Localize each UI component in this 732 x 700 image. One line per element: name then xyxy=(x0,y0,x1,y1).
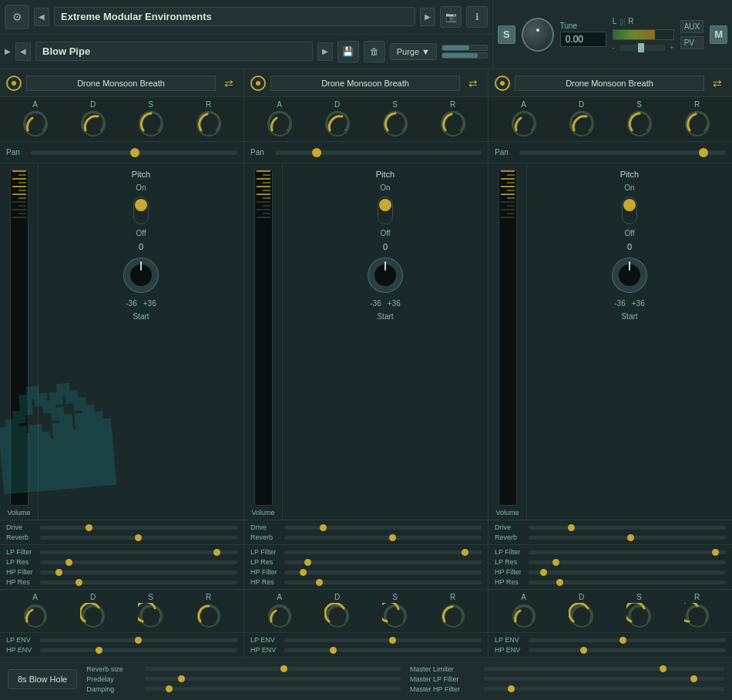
lp-res-label-1: LP Res xyxy=(6,558,35,566)
mini-slider-1[interactable] xyxy=(442,45,488,51)
hp-res-slider-3[interactable] xyxy=(529,581,726,584)
reverb-slider-1[interactable] xyxy=(40,536,237,540)
pv-btn[interactable]: PV xyxy=(680,36,704,49)
adsr-s-knob-2[interactable] xyxy=(381,110,409,138)
adsr-r-knob[interactable] xyxy=(195,110,223,138)
lp-adsr-d-knob-3[interactable] xyxy=(569,603,595,629)
voice-2-fader[interactable] xyxy=(254,170,273,506)
nav-next-btn[interactable]: ▶ xyxy=(420,8,435,26)
drive-slider-2[interactable] xyxy=(284,526,482,530)
adsr-a-knob[interactable] xyxy=(22,110,49,138)
pitch-toggle-3[interactable] xyxy=(622,197,637,224)
voice-2-adsr-row: A D S xyxy=(244,97,488,142)
pan-slider-1[interactable] xyxy=(31,150,237,155)
lp-adsr-d-knob-1[interactable] xyxy=(80,603,106,629)
pan-slider-3[interactable] xyxy=(519,150,726,155)
aux-btn[interactable]: AUX xyxy=(680,20,704,33)
voice-1-fader[interactable] xyxy=(10,170,29,506)
drive-slider-1[interactable] xyxy=(40,526,237,530)
voice-3-power-btn[interactable] xyxy=(495,76,510,91)
main-knob[interactable] xyxy=(522,18,554,52)
lp-adsr-r-knob-1[interactable] xyxy=(196,603,222,629)
hp-res-slider-1[interactable] xyxy=(40,581,237,584)
master-lp-slider[interactable] xyxy=(484,677,724,681)
adsr-r-knob-2[interactable] xyxy=(439,110,467,138)
reverb-slider-3[interactable] xyxy=(529,536,726,540)
lp-filter-label-1: LP Filter xyxy=(6,548,35,556)
lp-filter-slider-1[interactable] xyxy=(40,550,237,554)
hp-filter-slider-3[interactable] xyxy=(529,570,726,574)
m-button[interactable]: M xyxy=(710,25,727,44)
drive-slider-3[interactable] xyxy=(529,526,726,530)
purge-btn[interactable]: Purge ▼ xyxy=(390,43,437,60)
master-hp-slider[interactable] xyxy=(484,687,724,691)
voice-2-power-btn[interactable] xyxy=(250,76,266,91)
tool-icon[interactable]: ⚙ xyxy=(5,5,29,29)
blow-hole-btn[interactable]: 8s Blow Hole xyxy=(8,669,77,689)
voice-3-shuffle-btn[interactable]: ⇄ xyxy=(709,75,726,92)
lp-adsr-a-knob-1[interactable] xyxy=(22,603,49,629)
lp-adsr-r-knob-3[interactable] xyxy=(684,603,710,629)
pitch-thumb-3 xyxy=(623,199,636,211)
adsr-d-knob-2[interactable] xyxy=(324,110,351,138)
lp-res-slider-1[interactable] xyxy=(40,560,237,564)
adsr-a-knob-3[interactable] xyxy=(510,110,538,138)
meter-slider-control[interactable] xyxy=(620,44,666,52)
lp-adsr-a-knob-3[interactable] xyxy=(511,603,537,629)
lp-adsr-s-knob-3[interactable] xyxy=(626,603,653,629)
save-btn[interactable]: 💾 xyxy=(337,41,359,62)
s-button[interactable]: S xyxy=(498,25,515,44)
pitch-toggle-1[interactable] xyxy=(133,197,149,224)
info-btn[interactable]: ℹ xyxy=(466,6,488,28)
lp-res-slider-2[interactable] xyxy=(284,560,482,564)
voice-1-power-btn[interactable] xyxy=(6,76,22,91)
hp-res-slider-2[interactable] xyxy=(284,581,482,584)
sub-nav-prev[interactable]: ◀ xyxy=(15,42,31,61)
lp-adsr-s-knob-2[interactable] xyxy=(382,603,408,629)
pitch-range-1: -36 +36 xyxy=(126,299,156,308)
adsr-r-knob-3[interactable] xyxy=(683,110,711,138)
hp-filter-slider-1[interactable] xyxy=(40,570,237,574)
lp-adsr-d-knob-2[interactable] xyxy=(324,603,351,629)
voice-2-shuffle-btn[interactable]: ⇄ xyxy=(465,75,482,92)
pitch-knob-1[interactable] xyxy=(122,256,160,294)
adsr-a-knob-2[interactable] xyxy=(266,110,294,138)
voice-1-header: Drone Monsoon Breath ⇄ xyxy=(0,69,243,97)
lp-adsr-a-knob-2[interactable] xyxy=(267,603,293,629)
pitch-knob-2[interactable] xyxy=(366,256,405,294)
nav-prev-btn[interactable]: ◀ xyxy=(34,8,49,26)
master-limiter-slider[interactable] xyxy=(484,667,724,671)
predelay-slider[interactable] xyxy=(145,677,401,681)
sub-nav-next[interactable]: ▶ xyxy=(317,42,333,61)
camera-btn[interactable]: 📷 xyxy=(440,6,462,28)
lp-env-slider-3[interactable] xyxy=(529,638,726,642)
lp-res-slider-3[interactable] xyxy=(529,560,726,564)
lp-env-slider-2[interactable] xyxy=(284,638,482,642)
damping-slider[interactable] xyxy=(145,687,401,691)
adsr-d-knob[interactable] xyxy=(79,110,107,138)
pitch-toggle-2[interactable] xyxy=(378,197,393,224)
voice-1-adsr-a: A xyxy=(22,100,49,138)
lp-env-slider-1[interactable] xyxy=(40,638,237,642)
damping-label: Damping xyxy=(86,685,140,693)
reverb-slider-2[interactable] xyxy=(284,536,482,540)
hp-env-slider-2[interactable] xyxy=(284,648,482,652)
pitch-knob-3[interactable] xyxy=(610,256,649,294)
hp-filter-slider-2[interactable] xyxy=(284,570,482,574)
lp-adsr-r-knob-2[interactable] xyxy=(440,603,466,629)
voice-1-shuffle-btn[interactable]: ⇄ xyxy=(220,75,237,92)
lp-filter-slider-2[interactable] xyxy=(284,550,482,554)
hp-env-slider-3[interactable] xyxy=(529,648,726,652)
pan-slider-2[interactable] xyxy=(275,150,482,155)
hp-env-slider-1[interactable] xyxy=(40,648,237,652)
adsr-s-knob[interactable] xyxy=(137,110,165,138)
voice-3-fader[interactable] xyxy=(499,170,517,506)
delete-btn[interactable]: 🗑 xyxy=(364,41,385,62)
mini-slider-2[interactable] xyxy=(442,52,488,59)
lp-filter-slider-3[interactable] xyxy=(529,550,726,554)
voice-2-volume-col: Volume xyxy=(244,163,283,520)
lp-adsr-s-knob-1[interactable] xyxy=(138,603,164,629)
adsr-d-knob-3[interactable] xyxy=(568,110,596,138)
adsr-s-knob-3[interactable] xyxy=(626,110,653,138)
reverb-size-slider[interactable] xyxy=(145,667,401,671)
